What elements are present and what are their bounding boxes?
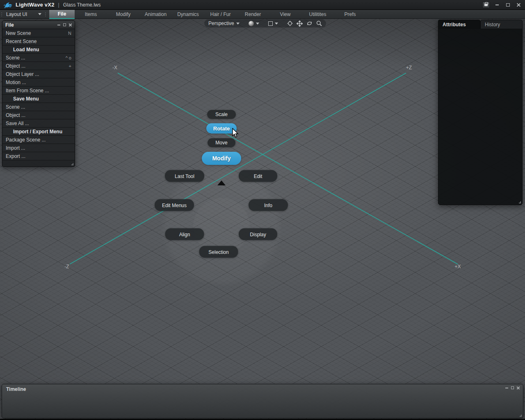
maximize-button[interactable]: [504, 2, 511, 8]
tab-render[interactable]: Render: [237, 10, 269, 19]
shortcut-label: ^ o: [66, 55, 71, 60]
viewport-toolbar: Perspective: [204, 19, 326, 27]
rotate-view-button[interactable]: [306, 21, 313, 26]
pie-button-selection[interactable]: Selection: [199, 246, 238, 258]
document-title: Glass Theme.lws: [63, 2, 101, 8]
resize-grip[interactable]: [520, 415, 522, 417]
panel-minimize-icon[interactable]: [505, 388, 508, 388]
timeline-panel: Timeline: [2, 384, 523, 418]
menu-header-import-export: Import / Export Menu: [2, 128, 75, 136]
pie-button-info[interactable]: Info: [249, 199, 288, 211]
tab-utilities[interactable]: Utilitites: [301, 10, 334, 19]
tab-animation[interactable]: Animation: [139, 10, 172, 19]
axis-label-pos-z: +Z: [406, 65, 412, 71]
app-title: LightWave vX2: [16, 2, 55, 8]
menu-item-save-object[interactable]: Object ...: [2, 111, 75, 119]
file-panel-title: File: [5, 22, 57, 28]
center-view-button[interactable]: [287, 21, 293, 26]
pie-button-last-tool[interactable]: Last Tool: [165, 170, 204, 182]
minimize-button[interactable]: [494, 2, 500, 8]
tab-hair-fur[interactable]: Hair / Fur: [204, 10, 237, 19]
file-panel: File New Scene N Recent Scene Load Menu …: [2, 21, 75, 167]
chevron-down-icon: [38, 13, 41, 15]
pie-button-move[interactable]: Move: [208, 138, 235, 147]
axis-label-neg-x: -X: [112, 65, 117, 71]
panel-maximize-icon[interactable]: [511, 386, 514, 389]
rotate-arrows-icon: [306, 21, 313, 26]
layout-ui-dropdown[interactable]: Layout UI: [3, 10, 44, 18]
move-arrows-icon: [297, 21, 303, 27]
axis-label-pos-x: +X: [454, 264, 461, 269]
menu-header-save-menu: Save Menu: [2, 95, 75, 103]
magnifier-icon: [316, 21, 322, 26]
timeline-title: Timeline: [6, 386, 505, 392]
menu-item-motion[interactable]: Motion ...: [2, 78, 75, 87]
chevron-down-icon: [275, 23, 278, 25]
menu-item-save-all[interactable]: Save All ...: [2, 119, 75, 128]
menu-item-import[interactable]: Import ...: [2, 144, 75, 152]
attributes-panel: Attributes History: [438, 20, 523, 205]
tab-dynamics[interactable]: Dynamics: [172, 10, 204, 19]
tab-view[interactable]: View: [269, 10, 301, 19]
menu-item-export[interactable]: Export ...: [2, 152, 75, 160]
pan-view-button[interactable]: [297, 21, 303, 27]
tab-prefs[interactable]: Prefs: [334, 10, 366, 19]
panel-close-icon[interactable]: [517, 386, 520, 389]
title-separator: |: [58, 2, 59, 8]
zoom-view-button[interactable]: [316, 21, 322, 26]
pie-button-align[interactable]: Align: [165, 228, 204, 240]
lightwave-logo-icon: [3, 1, 13, 9]
drag-grip[interactable]: [44, 10, 47, 18]
tab-modify[interactable]: Modify: [107, 10, 139, 19]
axis-label-neg-z: -Z: [64, 264, 69, 269]
maximize-icon: [506, 3, 510, 7]
resize-grip[interactable]: [519, 201, 521, 203]
tab-attributes[interactable]: Attributes: [438, 20, 480, 29]
mouse-cursor-icon: [232, 128, 240, 139]
chevron-down-icon: [256, 23, 259, 25]
lock-icon[interactable]: [482, 2, 490, 8]
chevron-down-icon: [236, 23, 240, 25]
pie-button-modify[interactable]: Modify: [202, 152, 241, 165]
menu-item-save-scene[interactable]: Scene ...: [2, 103, 75, 111]
wireframe-square-icon: [268, 21, 273, 26]
title-bar: LightWave vX2 | Glass Theme.lws: [0, 0, 525, 10]
menu-item-new-scene[interactable]: New Scene N: [2, 29, 75, 37]
wireframe-mode-dropdown[interactable]: [268, 21, 278, 26]
shortcut-label: +: [69, 64, 71, 68]
menu-item-load-scene[interactable]: Scene ... ^ o: [2, 54, 75, 62]
file-panel-header[interactable]: File: [2, 21, 75, 29]
menu-item-load-object[interactable]: Object ... +: [2, 62, 75, 70]
pie-button-edit-menus[interactable]: Edit Menus: [155, 199, 194, 211]
shaded-sphere-icon: [249, 21, 254, 26]
tab-items[interactable]: Items: [75, 10, 107, 19]
pie-menu-pointer-icon: [217, 180, 226, 185]
close-button[interactable]: [515, 2, 522, 8]
shading-mode-dropdown[interactable]: [249, 21, 259, 26]
minimize-icon: [495, 5, 499, 5]
close-icon: [517, 3, 520, 7]
pie-button-scale[interactable]: Scale: [207, 110, 236, 119]
view-mode-dropdown[interactable]: Perspective: [208, 21, 240, 26]
drag-grip[interactable]: [0, 10, 3, 18]
tab-file[interactable]: File: [49, 10, 75, 19]
menu-item-item-from-scene[interactable]: Item From Scene ...: [2, 87, 75, 95]
menu-header-load-menu: Load Menu: [2, 46, 75, 54]
shortcut-label: N: [68, 31, 71, 36]
panel-close-icon[interactable]: [69, 23, 72, 26]
pie-button-display[interactable]: Display: [239, 228, 277, 240]
resize-grip[interactable]: [71, 163, 73, 165]
menu-item-package-scene[interactable]: Package Scene ...: [2, 136, 75, 144]
main-menu-tabs: File Items Modify Animation Dynamics Hai…: [49, 10, 366, 18]
panel-maximize-icon[interactable]: [63, 23, 66, 26]
lightwave-window: LightWave vX2 | Glass Theme.lws Layout U…: [0, 0, 525, 420]
panel-footer: [2, 160, 75, 167]
panel-minimize-icon[interactable]: [57, 25, 60, 25]
tab-history[interactable]: History: [480, 20, 523, 29]
attributes-panel-body: [438, 29, 523, 205]
pie-button-edit[interactable]: Edit: [239, 170, 277, 182]
menu-bar: Layout UI File Items Modify Animation Dy…: [0, 10, 525, 19]
menu-item-object-layer[interactable]: Object Layer ...: [2, 70, 75, 78]
center-crosshair-icon: [287, 21, 293, 26]
menu-item-recent-scene[interactable]: Recent Scene: [2, 37, 75, 46]
